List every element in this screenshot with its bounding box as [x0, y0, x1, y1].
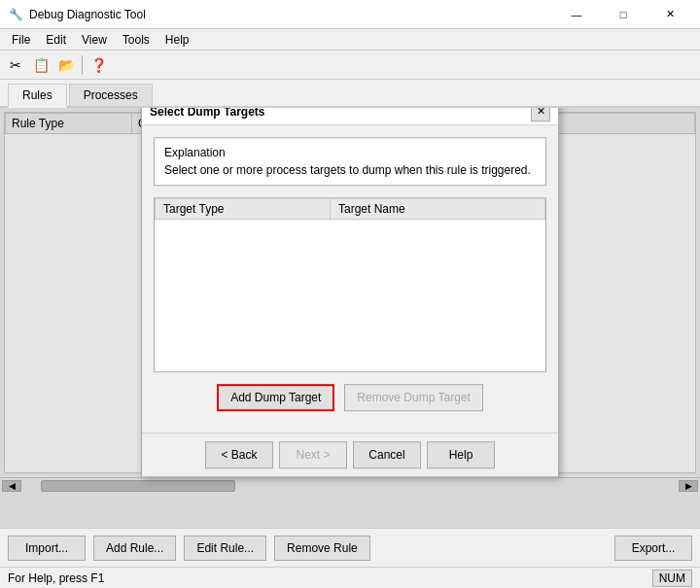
maximize-button[interactable]: □ [601, 0, 646, 29]
edit-rule-button[interactable]: Edit Rule... [184, 536, 266, 561]
remove-rule-button[interactable]: Remove Rule [274, 536, 370, 561]
next-button[interactable]: Next > [279, 441, 347, 468]
dialog-action-buttons: Add Dump Target Remove Dump Target [154, 384, 546, 411]
menu-bar: File Edit View Tools Help [0, 29, 700, 51]
target-table-container[interactable]: Target Type Target Name [154, 197, 546, 372]
app-icon: 🔧 [8, 7, 23, 22]
app-title: Debug Diagnostic Tool [29, 8, 554, 21]
toolbar: ✂ 📋 📂 ❓ [0, 51, 700, 80]
toolbar-copy[interactable]: 📋 [29, 53, 52, 77]
title-bar: 🔧 Debug Diagnostic Tool — □ ✕ [0, 0, 700, 29]
add-dump-target-button[interactable]: Add Dump Target [217, 384, 334, 411]
content-area: Rule Type Count Userdump Pat ◀ ▶ [0, 108, 700, 528]
close-button[interactable]: ✕ [648, 0, 692, 29]
col-target-type: Target Type [156, 199, 331, 220]
dialog-body: Explanation Select one or more process t… [142, 125, 558, 432]
dialog-navigation: < Back Next > Cancel Help [142, 432, 558, 476]
tab-bar: Rules Processes [0, 80, 700, 108]
remove-dump-target-button[interactable]: Remove Dump Target [344, 384, 483, 411]
minimize-button[interactable]: — [554, 0, 599, 29]
col-target-name: Target Name [331, 199, 545, 220]
cancel-button[interactable]: Cancel [353, 441, 421, 468]
window-controls: — □ ✕ [554, 0, 692, 29]
menu-file[interactable]: File [4, 31, 38, 49]
menu-tools[interactable]: Tools [115, 31, 158, 49]
export-button[interactable]: Export... [614, 536, 692, 561]
bottom-toolbar: Import... Add Rule... Edit Rule... Remov… [0, 528, 700, 567]
app-window: 🔧 Debug Diagnostic Tool — □ ✕ File Edit … [0, 0, 700, 588]
tab-rules[interactable]: Rules [8, 84, 67, 108]
toolbar-cut[interactable]: ✂ [4, 53, 27, 77]
status-bar: For Help, press F1 NUM [0, 567, 700, 588]
toolbar-separator [82, 55, 83, 75]
explanation-box: Explanation Select one or more process t… [154, 137, 546, 186]
help-button[interactable]: Help [427, 441, 495, 468]
toolbar-open[interactable]: 📂 [54, 53, 78, 77]
dialog-title-bar: Select Dump Targets ✕ [142, 108, 558, 125]
target-table: Target Type Target Name [155, 198, 545, 220]
tab-processes[interactable]: Processes [69, 84, 153, 106]
menu-help[interactable]: Help [158, 31, 197, 49]
status-num: NUM [652, 570, 692, 587]
explanation-text: Select one or more process targets to du… [164, 163, 536, 177]
menu-view[interactable]: View [74, 31, 115, 49]
back-button[interactable]: < Back [205, 441, 273, 468]
status-help-text: For Help, press F1 [8, 571, 104, 585]
menu-edit[interactable]: Edit [38, 31, 74, 49]
import-button[interactable]: Import... [8, 536, 86, 561]
dialog-title: Select Dump Targets [150, 108, 531, 119]
select-dump-targets-dialog: Select Dump Targets ✕ Explanation Select… [141, 108, 559, 477]
add-rule-button[interactable]: Add Rule... [93, 536, 176, 561]
toolbar-help[interactable]: ❓ [87, 53, 110, 77]
dialog-close-button[interactable]: ✕ [531, 108, 550, 121]
explanation-title: Explanation [164, 146, 536, 159]
